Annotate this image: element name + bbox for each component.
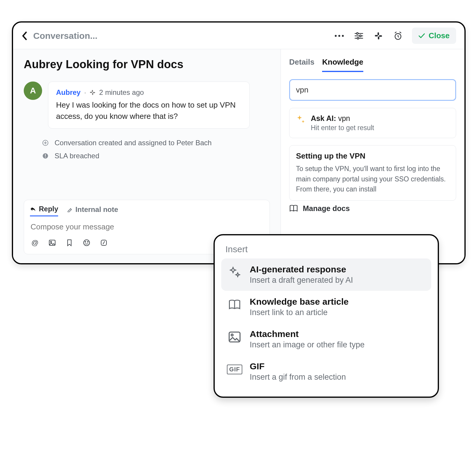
meta-separator: · xyxy=(84,88,86,97)
svg-point-25 xyxy=(85,242,86,242)
close-label: Close xyxy=(429,31,450,40)
breadcrumb[interactable]: Conversation... xyxy=(33,31,98,41)
conversation-pane: Aubrey Looking for VPN docs A Aubrey · xyxy=(13,49,281,263)
knowledge-body: vpn Ask AI: vpn Hit enter to get result xyxy=(281,72,464,201)
svg-point-24 xyxy=(84,240,90,246)
manage-docs-label: Manage docs xyxy=(303,204,350,213)
svg-point-2 xyxy=(342,35,344,36)
system-event: Conversation created and assigned to Pet… xyxy=(24,136,270,149)
knowledge-pane: Details Knowledge vpn Ask AI: vpn Hit en… xyxy=(281,49,464,263)
svg-rect-17 xyxy=(93,92,95,93)
article-body: To setup the VPN, you'll want to first l… xyxy=(296,164,449,194)
svg-point-26 xyxy=(87,242,88,242)
image-icon xyxy=(227,329,243,345)
tab-internal-note[interactable]: Internal note xyxy=(67,205,118,216)
insert-item-subtitle: Insert link to an article xyxy=(250,308,348,317)
insert-item-subtitle: Insert a gif from a selection xyxy=(250,373,346,382)
edit-icon xyxy=(67,207,72,212)
manage-docs-button[interactable]: Manage docs xyxy=(281,203,464,213)
svg-point-1 xyxy=(338,35,340,36)
ask-ai-query: vpn xyxy=(338,114,350,122)
channel-slack-icon xyxy=(90,90,95,95)
svg-rect-14 xyxy=(92,90,93,92)
conversation-title: Aubrey Looking for VPN docs xyxy=(24,58,270,71)
detail-tabs: Details Knowledge xyxy=(281,49,464,72)
insert-item-title: Knowledge base article xyxy=(250,297,348,307)
snooze-icon[interactable] xyxy=(392,30,404,41)
mention-icon[interactable]: @ xyxy=(30,238,40,248)
svg-rect-10 xyxy=(375,35,378,36)
conversation-window: Conversation... xyxy=(12,21,466,264)
insert-heading: Insert xyxy=(225,244,428,254)
svg-point-23 xyxy=(50,241,52,242)
tab-reply-label: Reply xyxy=(39,205,58,213)
ask-ai-hint: Hit enter to get result xyxy=(311,124,374,132)
compose-input[interactable] xyxy=(30,220,264,236)
knowledge-search-input[interactable]: vpn xyxy=(289,79,456,101)
topbar: Conversation... xyxy=(13,23,464,49)
svg-rect-12 xyxy=(379,35,382,37)
insert-item-attachment[interactable]: Attachment Insert an image or other file… xyxy=(221,323,431,355)
insert-menu: Insert AI-generated response Insert a dr… xyxy=(214,234,439,398)
emoji-icon[interactable] xyxy=(82,238,92,248)
book-icon xyxy=(289,205,298,212)
sparkles-icon xyxy=(227,264,243,280)
svg-point-29 xyxy=(231,334,233,336)
insert-item-subtitle: Insert an image or other file type xyxy=(250,340,364,349)
insert-item-ai-response[interactable]: AI-generated response Insert a draft gen… xyxy=(221,258,431,291)
checkmark-icon xyxy=(418,33,425,39)
sparkles-icon xyxy=(296,115,305,124)
insert-item-subtitle: Insert a draft generated by AI xyxy=(250,276,353,285)
svg-rect-11 xyxy=(378,36,379,39)
insert-item-title: AI-generated response xyxy=(250,264,353,274)
tab-knowledge[interactable]: Knowledge xyxy=(322,58,363,72)
message-author[interactable]: Aubrey xyxy=(56,88,81,97)
avatar[interactable]: A xyxy=(24,82,42,100)
ask-ai-card[interactable]: Ask AI: vpn Hit enter to get result xyxy=(289,108,456,138)
alert-circle-icon xyxy=(42,152,49,160)
more-icon[interactable] xyxy=(334,30,345,41)
tab-reply[interactable]: Reply xyxy=(30,205,58,216)
insert-item-title: GIF xyxy=(250,361,346,371)
image-icon[interactable] xyxy=(47,238,57,248)
knowledge-article-card[interactable]: Setting up the VPN To setup the VPN, you… xyxy=(289,145,456,201)
back-icon[interactable] xyxy=(21,31,27,40)
system-event-text: SLA breached xyxy=(55,152,99,160)
system-event-text: Conversation created and assigned to Pet… xyxy=(55,139,212,147)
message-body: Hey I was looking for the docs on how to… xyxy=(56,100,242,122)
ask-ai-title: Ask AI: vpn xyxy=(311,114,374,123)
svg-rect-16 xyxy=(92,93,93,95)
svg-rect-15 xyxy=(90,92,92,93)
svg-point-4 xyxy=(356,33,358,34)
close-button[interactable]: Close xyxy=(412,28,456,44)
ask-ai-prefix: Ask AI: xyxy=(311,114,336,122)
tab-details[interactable]: Details xyxy=(289,58,314,72)
slack-icon[interactable] xyxy=(373,30,384,41)
svg-rect-20 xyxy=(45,154,46,156)
gif-icon: GIF xyxy=(227,361,243,377)
composer-toolbar: @ xyxy=(30,238,109,248)
toolbar: Close xyxy=(334,28,456,44)
svg-point-8 xyxy=(357,37,359,39)
content-split: Aubrey Looking for VPN docs A Aubrey · xyxy=(13,49,464,263)
article-title: Setting up the VPN xyxy=(296,151,449,161)
plus-circle-icon xyxy=(42,139,49,147)
composer-tabs: Reply Internal note xyxy=(30,205,264,216)
filter-icon[interactable] xyxy=(353,30,364,41)
bookmark-icon[interactable] xyxy=(64,238,74,248)
insert-item-title: Attachment xyxy=(250,329,364,339)
slash-command-icon[interactable] xyxy=(99,238,109,248)
svg-point-6 xyxy=(359,35,361,37)
message-meta: Aubrey · 2 minutes ago xyxy=(56,88,242,97)
svg-point-0 xyxy=(335,35,337,36)
reply-arrow-icon xyxy=(30,207,36,211)
message-row: A Aubrey · 2 minutes ago Hey I wa xyxy=(24,82,270,129)
message-time: 2 minutes ago xyxy=(99,88,144,97)
svg-rect-9 xyxy=(378,32,379,35)
insert-item-gif[interactable]: GIF GIF Insert a gif from a selection xyxy=(221,355,431,388)
tab-internal-label: Internal note xyxy=(75,205,118,214)
insert-item-kb-article[interactable]: Knowledge base article Insert link to an… xyxy=(221,291,431,323)
message-card: Aubrey · 2 minutes ago Hey I was looking… xyxy=(48,82,250,129)
book-icon xyxy=(227,297,243,313)
system-event: SLA breached xyxy=(24,149,270,162)
